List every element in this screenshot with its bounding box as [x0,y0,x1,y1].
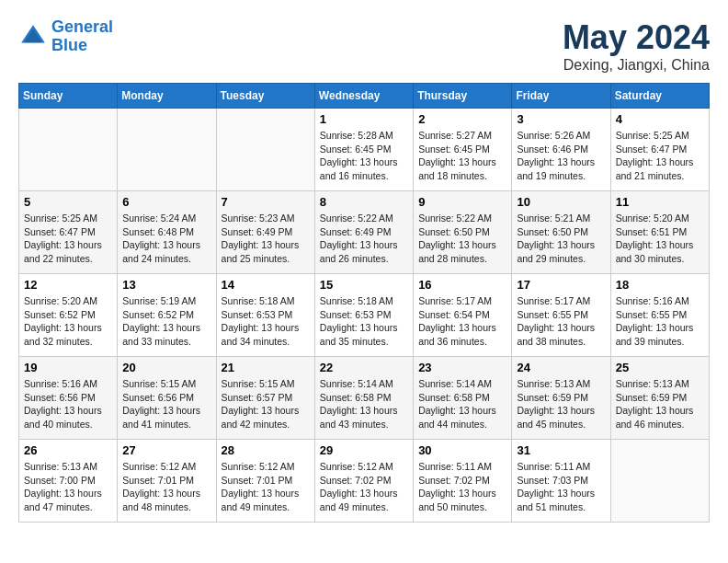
day-info: Sunrise: 5:16 AMSunset: 6:56 PMDaylight:… [24,377,112,431]
day-number: 6 [122,195,210,209]
day-number: 13 [122,278,210,292]
calendar-cell: 17Sunrise: 5:17 AMSunset: 6:55 PMDayligh… [512,274,610,357]
calendar-table: SundayMondayTuesdayWednesdayThursdayFrid… [18,83,710,523]
calendar-cell: 6Sunrise: 5:24 AMSunset: 6:48 PMDaylight… [118,191,216,274]
calendar-cell: 4Sunrise: 5:25 AMSunset: 6:47 PMDaylight… [610,109,709,191]
day-info: Sunrise: 5:26 AMSunset: 6:46 PMDaylight:… [517,129,605,183]
day-info: Sunrise: 5:13 AMSunset: 6:59 PMDaylight:… [517,377,605,431]
day-info: Sunrise: 5:11 AMSunset: 7:02 PMDaylight:… [418,460,506,514]
calendar-cell: 9Sunrise: 5:22 AMSunset: 6:50 PMDaylight… [414,191,512,274]
location: Dexing, Jiangxi, China [563,57,710,74]
calendar-cell [216,109,314,191]
calendar-cell: 2Sunrise: 5:27 AMSunset: 6:45 PMDaylight… [414,109,512,191]
calendar-cell: 25Sunrise: 5:13 AMSunset: 6:59 PMDayligh… [610,357,709,440]
calendar-cell: 21Sunrise: 5:15 AMSunset: 6:57 PMDayligh… [216,357,314,440]
weekday-header: Thursday [414,84,512,109]
day-info: Sunrise: 5:12 AMSunset: 7:01 PMDaylight:… [222,460,310,514]
title-block: May 2024 Dexing, Jiangxi, China [563,18,710,74]
calendar-cell: 1Sunrise: 5:28 AMSunset: 6:45 PMDaylight… [314,109,413,191]
day-number: 8 [320,195,408,209]
calendar-week-row: 1Sunrise: 5:28 AMSunset: 6:45 PMDaylight… [19,109,710,191]
day-number: 25 [616,361,704,374]
calendar-cell: 11Sunrise: 5:20 AMSunset: 6:51 PMDayligh… [610,191,709,274]
calendar-cell: 15Sunrise: 5:18 AMSunset: 6:53 PMDayligh… [314,274,413,357]
day-info: Sunrise: 5:17 AMSunset: 6:55 PMDaylight:… [517,294,605,349]
day-info: Sunrise: 5:12 AMSunset: 7:01 PMDaylight:… [122,460,210,514]
day-number: 24 [517,361,605,374]
day-number: 29 [320,443,408,457]
calendar-cell [118,109,216,191]
day-info: Sunrise: 5:18 AMSunset: 6:53 PMDaylight:… [222,294,310,349]
logo-icon [18,22,48,52]
calendar-cell: 30Sunrise: 5:11 AMSunset: 7:02 PMDayligh… [414,440,512,523]
day-number: 5 [24,195,112,209]
calendar-cell: 19Sunrise: 5:16 AMSunset: 6:56 PMDayligh… [19,357,118,440]
day-number: 1 [320,112,408,126]
calendar-cell: 31Sunrise: 5:11 AMSunset: 7:03 PMDayligh… [512,440,610,523]
day-info: Sunrise: 5:15 AMSunset: 6:57 PMDaylight:… [222,377,310,431]
weekday-header: Tuesday [216,84,314,109]
day-info: Sunrise: 5:17 AMSunset: 6:54 PMDaylight:… [418,294,506,349]
calendar-cell: 5Sunrise: 5:25 AMSunset: 6:47 PMDaylight… [19,191,118,274]
calendar-cell: 14Sunrise: 5:18 AMSunset: 6:53 PMDayligh… [216,274,314,357]
weekday-header: Saturday [610,84,709,109]
day-number: 20 [122,361,210,374]
day-info: Sunrise: 5:22 AMSunset: 6:49 PMDaylight:… [320,212,408,266]
day-info: Sunrise: 5:25 AMSunset: 6:47 PMDaylight:… [24,212,112,266]
day-info: Sunrise: 5:20 AMSunset: 6:51 PMDaylight:… [616,212,704,266]
calendar-cell: 16Sunrise: 5:17 AMSunset: 6:54 PMDayligh… [414,274,512,357]
day-info: Sunrise: 5:14 AMSunset: 6:58 PMDaylight:… [320,377,408,431]
day-number: 3 [517,112,605,126]
logo-text: GeneralBlue [51,18,113,55]
weekday-header: Monday [118,84,216,109]
day-info: Sunrise: 5:25 AMSunset: 6:47 PMDaylight:… [616,129,704,183]
calendar-cell: 22Sunrise: 5:14 AMSunset: 6:58 PMDayligh… [314,357,413,440]
weekday-header: Friday [512,84,610,109]
day-info: Sunrise: 5:18 AMSunset: 6:53 PMDaylight:… [320,294,408,349]
day-info: Sunrise: 5:24 AMSunset: 6:48 PMDaylight:… [122,212,210,266]
day-number: 7 [222,195,310,209]
day-number: 22 [320,361,408,374]
day-number: 10 [517,195,605,209]
calendar-week-row: 19Sunrise: 5:16 AMSunset: 6:56 PMDayligh… [19,357,710,440]
day-number: 31 [517,443,605,457]
calendar-cell: 23Sunrise: 5:14 AMSunset: 6:58 PMDayligh… [414,357,512,440]
calendar-cell: 7Sunrise: 5:23 AMSunset: 6:49 PMDaylight… [216,191,314,274]
calendar-header-row: SundayMondayTuesdayWednesdayThursdayFrid… [19,84,710,109]
day-info: Sunrise: 5:28 AMSunset: 6:45 PMDaylight:… [320,129,408,183]
calendar-cell: 3Sunrise: 5:26 AMSunset: 6:46 PMDaylight… [512,109,610,191]
day-info: Sunrise: 5:22 AMSunset: 6:50 PMDaylight:… [418,212,506,266]
day-number: 17 [517,278,605,292]
weekday-header: Wednesday [314,84,413,109]
calendar-cell: 8Sunrise: 5:22 AMSunset: 6:49 PMDaylight… [314,191,413,274]
day-number: 21 [222,361,310,374]
calendar-cell: 24Sunrise: 5:13 AMSunset: 6:59 PMDayligh… [512,357,610,440]
day-number: 4 [616,112,704,126]
day-info: Sunrise: 5:19 AMSunset: 6:52 PMDaylight:… [122,294,210,349]
day-number: 26 [24,443,112,457]
calendar-cell: 29Sunrise: 5:12 AMSunset: 7:02 PMDayligh… [314,440,413,523]
day-info: Sunrise: 5:13 AMSunset: 7:00 PMDaylight:… [24,460,112,514]
day-info: Sunrise: 5:14 AMSunset: 6:58 PMDaylight:… [418,377,506,431]
day-number: 14 [222,278,310,292]
day-number: 23 [418,361,506,374]
day-number: 27 [122,443,210,457]
day-info: Sunrise: 5:23 AMSunset: 6:49 PMDaylight:… [222,212,310,266]
calendar-cell: 10Sunrise: 5:21 AMSunset: 6:50 PMDayligh… [512,191,610,274]
calendar-cell [19,109,118,191]
calendar-cell: 12Sunrise: 5:20 AMSunset: 6:52 PMDayligh… [19,274,118,357]
day-number: 19 [24,361,112,374]
day-number: 16 [418,278,506,292]
calendar-week-row: 12Sunrise: 5:20 AMSunset: 6:52 PMDayligh… [19,274,710,357]
calendar-cell: 26Sunrise: 5:13 AMSunset: 7:00 PMDayligh… [19,440,118,523]
calendar-cell: 18Sunrise: 5:16 AMSunset: 6:55 PMDayligh… [610,274,709,357]
day-number: 2 [418,112,506,126]
day-number: 15 [320,278,408,292]
day-info: Sunrise: 5:12 AMSunset: 7:02 PMDaylight:… [320,460,408,514]
day-info: Sunrise: 5:16 AMSunset: 6:55 PMDaylight:… [616,294,704,349]
day-number: 9 [418,195,506,209]
day-number: 12 [24,278,112,292]
day-number: 28 [222,443,310,457]
calendar-cell: 13Sunrise: 5:19 AMSunset: 6:52 PMDayligh… [118,274,216,357]
weekday-header: Sunday [19,84,118,109]
